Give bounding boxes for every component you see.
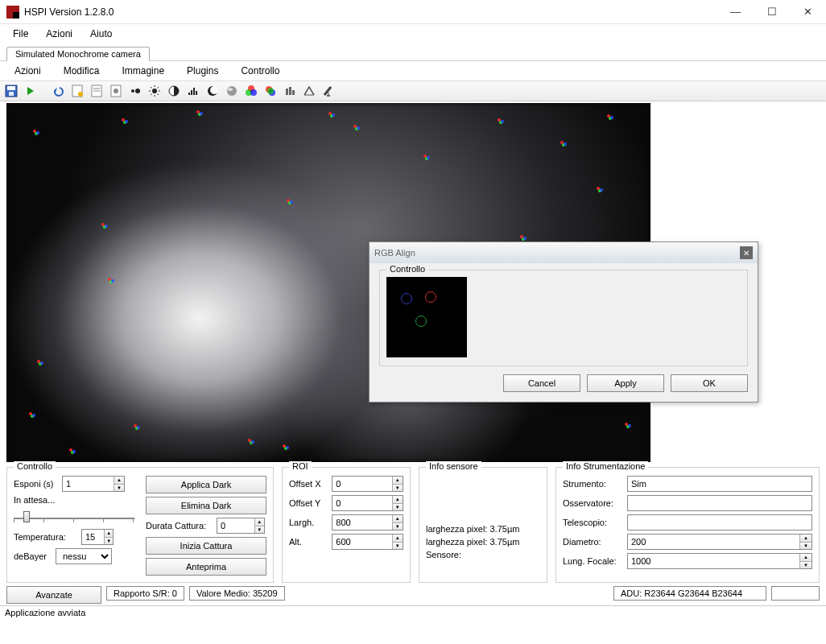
dialog-ok-button[interactable]: OK (671, 374, 748, 392)
tab-camera[interactable]: Simulated Monochrome camera (6, 47, 150, 61)
exposure-slider[interactable] (14, 508, 134, 524)
submenu-controllo[interactable]: Controllo (231, 64, 289, 78)
inizia-cattura-button[interactable]: Inizia Cattura (146, 537, 266, 555)
group-info-strumentazione: Info Strumentazione Strumento: Osservato… (555, 467, 820, 583)
diametro-input[interactable]: ▲▼ (627, 534, 812, 550)
dialog-cancel-button[interactable]: Cancel (503, 374, 580, 392)
durata-cattura-input[interactable]: ▲▼ (217, 518, 265, 534)
focus-icon[interactable] (127, 83, 143, 99)
histogram-icon[interactable] (282, 83, 298, 99)
svg-point-6 (78, 92, 83, 97)
rgb-blue-marker[interactable] (401, 293, 412, 304)
menu-azioni[interactable]: Azioni (38, 27, 81, 41)
largh-label: Largh. (289, 518, 328, 527)
telescopio-input[interactable] (627, 514, 812, 530)
offsety-input[interactable]: ▲▼ (332, 495, 403, 511)
avanzate-button[interactable]: Avanzate (6, 586, 101, 604)
svg-line-22 (158, 87, 159, 89)
debayer-select[interactable]: nessu (56, 548, 112, 564)
svg-point-11 (114, 89, 118, 93)
elimina-dark-button[interactable]: Elimina Dark (146, 497, 266, 514)
moon-icon[interactable] (204, 83, 221, 99)
rgb-icon[interactable] (243, 83, 259, 99)
svg-rect-27 (196, 91, 197, 95)
rgb-green-marker[interactable] (415, 316, 427, 327)
dialog-titlebar[interactable]: RGB Align ✕ (370, 242, 758, 263)
group-info-sensore-legend: Info sensore (426, 461, 481, 471)
footer-status: Applicazione avviata (0, 605, 826, 619)
offsety-label: Offset Y (289, 498, 328, 508)
strumento-input[interactable] (627, 476, 812, 492)
esponi-input[interactable]: ▲▼ (62, 476, 125, 492)
telescopio-label: Telescopio: (563, 518, 624, 527)
sphere-icon[interactable] (224, 83, 240, 99)
group-controllo: Controllo Esponi (s) ▲▼ In attesa... Tem… (6, 467, 274, 583)
tabs-row: Simulated Monochrome camera (0, 43, 826, 61)
menu-file[interactable]: File (5, 27, 36, 41)
play-icon[interactable] (23, 83, 39, 99)
rgb-red-marker[interactable] (425, 291, 436, 303)
osservatore-input[interactable] (627, 495, 812, 511)
dialog-group-legend: Controllo (386, 264, 428, 274)
alt-input[interactable]: ▲▼ (332, 534, 403, 550)
anteprima-button[interactable]: Anteprima (146, 558, 266, 576)
offsetx-input[interactable]: ▲▼ (332, 476, 403, 492)
svg-rect-39 (289, 87, 291, 95)
maximize-button[interactable]: ☐ (754, 0, 790, 24)
undo-icon[interactable] (50, 83, 66, 99)
svg-point-13 (135, 89, 140, 93)
svg-point-14 (152, 89, 157, 93)
dialog-apply-button[interactable]: Apply (587, 374, 664, 392)
submenu-immagine[interactable]: Immagine (112, 64, 174, 78)
temperatura-label: Temperatura: (14, 532, 78, 542)
svg-line-19 (151, 87, 152, 89)
svg-line-21 (151, 94, 152, 96)
minimize-button[interactable]: — (717, 0, 754, 24)
svg-rect-26 (193, 88, 195, 95)
rgb-align-icon[interactable] (262, 83, 279, 99)
contrast-icon[interactable] (166, 83, 182, 99)
submenu-modifica[interactable]: Modifica (54, 64, 109, 78)
svg-rect-25 (191, 90, 192, 95)
sensore-label: Sensore: (426, 550, 540, 559)
svg-point-29 (210, 86, 218, 94)
esponi-label: Esponi (s) (14, 479, 59, 489)
close-button[interactable]: ✕ (790, 0, 826, 24)
rgb-preview[interactable] (386, 277, 467, 357)
new-doc-icon[interactable] (69, 83, 85, 99)
dialog-close-button[interactable]: ✕ (740, 246, 753, 259)
save-icon[interactable] (3, 83, 19, 99)
menu-aiuto[interactable]: Aiuto (82, 27, 120, 41)
group-roi: ROI Offset X▲▼ Offset Y▲▼ Largh.▲▼ Alt.▲… (282, 467, 411, 583)
svg-point-30 (227, 86, 237, 96)
submenu-plugins[interactable]: Plugins (177, 64, 228, 78)
group-controllo-legend: Controllo (14, 461, 56, 471)
spin-up-icon[interactable]: ▲ (114, 477, 124, 485)
svg-rect-2 (9, 92, 14, 96)
adu-status: ADU: R23644 G23644 B23644 (613, 586, 766, 601)
menu-bar-sub: Azioni Modifica Immagine Plugins Control… (0, 61, 826, 80)
svg-point-34 (250, 89, 257, 96)
toolbar (0, 80, 826, 101)
measure-icon[interactable] (301, 83, 317, 99)
lung-focale-input[interactable]: ▲▼ (627, 553, 812, 569)
telescope-icon[interactable] (320, 83, 337, 99)
group-roi-legend: ROI (289, 461, 312, 471)
titlebar: HSPI Version 1.2.8.0 — ☐ ✕ (0, 0, 826, 24)
spin-down-icon[interactable]: ▼ (114, 485, 124, 492)
svg-line-42 (324, 87, 331, 95)
alt-label: Alt. (289, 537, 328, 547)
largh-input[interactable]: ▲▼ (332, 514, 403, 530)
brightness-icon[interactable] (147, 83, 163, 99)
levels-icon[interactable] (185, 83, 201, 99)
larghezza-pixel-1: larghezza pixel: 3.75µm (426, 524, 540, 534)
rgb-align-dialog: RGB Align ✕ Controllo Cancel Apply OK (369, 242, 758, 402)
debayer-label: deBayer (14, 551, 52, 561)
submenu-azioni[interactable]: Azioni (5, 64, 51, 78)
applica-dark-button[interactable]: Applica Dark (146, 476, 266, 493)
temperatura-input[interactable]: ▲▼ (81, 529, 114, 545)
document-icon[interactable] (89, 83, 105, 99)
svg-rect-1 (7, 86, 15, 90)
strumento-label: Strumento: (563, 479, 624, 489)
doc-config-icon[interactable] (108, 83, 124, 99)
